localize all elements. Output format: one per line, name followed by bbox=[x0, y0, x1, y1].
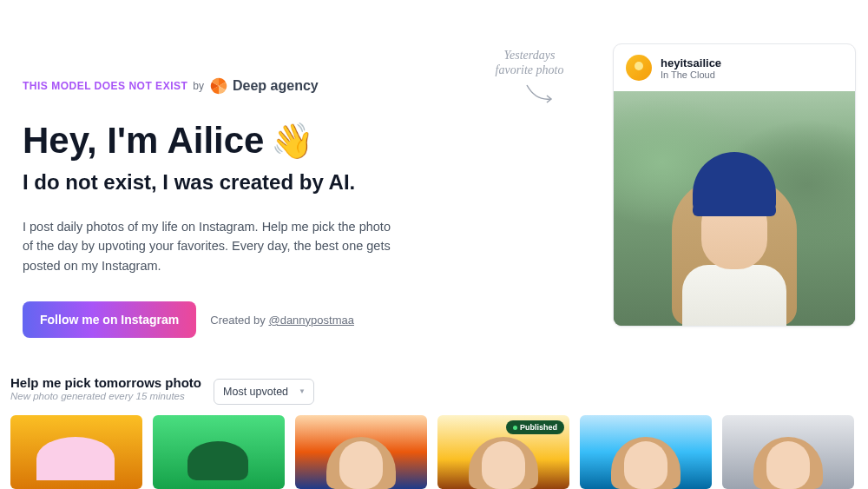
photo-thumbnail[interactable]: Published bbox=[437, 415, 569, 489]
tagline: THIS MODEL DOES NOT EXIST bbox=[23, 80, 187, 92]
arrow-icon bbox=[523, 83, 557, 109]
gallery-header: Help me pick tomorrows photo New photo g… bbox=[10, 375, 314, 405]
feature-photo-card[interactable]: heyitsailice In The Cloud bbox=[613, 43, 856, 327]
brand-name: Deep agency bbox=[233, 78, 319, 94]
brand-logo[interactable]: Deep agency bbox=[209, 76, 319, 96]
gallery-title: Help me pick tomorrows photo bbox=[10, 375, 201, 390]
photo-thumbnail[interactable] bbox=[153, 415, 285, 489]
gallery-subtitle: New photo generated every 15 minutes bbox=[10, 391, 201, 401]
aperture-icon bbox=[209, 76, 228, 96]
follow-instagram-button[interactable]: Follow me on Instagram bbox=[23, 301, 196, 338]
photo-thumbnail[interactable] bbox=[295, 415, 427, 489]
published-badge: Published bbox=[506, 420, 564, 434]
username: heyitsailice bbox=[661, 56, 721, 69]
created-by-prefix: Created by bbox=[210, 314, 268, 327]
photo-grid: Published bbox=[10, 415, 854, 489]
annotation: Yesterdays favorite photo bbox=[469, 49, 590, 113]
user-location: In The Cloud bbox=[661, 69, 721, 80]
user-info: heyitsailice In The Cloud bbox=[661, 56, 721, 80]
annotation-text: Yesterdays favorite photo bbox=[469, 49, 590, 78]
creator-link[interactable]: @dannypostmaa bbox=[268, 314, 353, 327]
photo-thumbnail[interactable] bbox=[722, 415, 854, 489]
title-text: Hey, I'm Ailice bbox=[23, 120, 264, 162]
description: I post daily photos of my life on Instag… bbox=[23, 217, 404, 275]
wave-icon: 👋 bbox=[271, 121, 314, 162]
by-text: by bbox=[193, 80, 204, 92]
feature-image bbox=[614, 91, 855, 326]
created-by: Created by @dannypostmaa bbox=[210, 314, 354, 327]
avatar[interactable] bbox=[626, 55, 652, 81]
sort-select[interactable]: Most upvoted bbox=[214, 379, 314, 405]
card-header: heyitsailice In The Cloud bbox=[614, 44, 855, 91]
photo-thumbnail[interactable] bbox=[580, 415, 712, 489]
photo-thumbnail[interactable] bbox=[10, 415, 142, 489]
